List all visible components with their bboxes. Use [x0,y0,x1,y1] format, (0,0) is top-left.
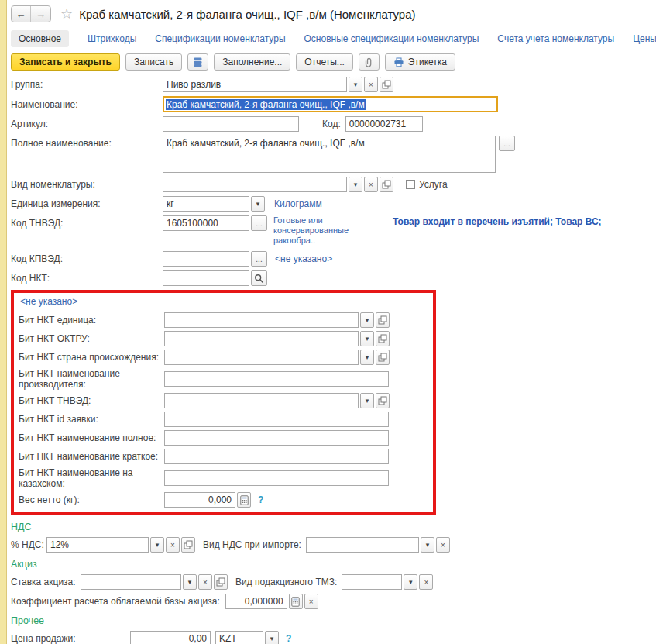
unit-label: Единица измерения: [11,198,163,209]
kind-clear-button[interactable]: × [364,177,378,192]
tnved-hint-link[interactable]: Готовые или консервированные ракообра.. [273,215,390,246]
header: ← → ☆ Краб камчатский, 2-я фаланга очищ.… [11,0,656,22]
excise-rate-dropdown-button[interactable]: ▾ [183,574,197,590]
bit-nkt-request-id-label: Бит НКТ id заявки: [19,414,164,425]
unit-dropdown-button[interactable]: ▾ [251,196,265,212]
net-weight-help-link[interactable]: ? [258,494,263,505]
vat-import-clear-button[interactable]: × [436,537,450,553]
bit-nkt-not-specified-link[interactable]: <не указано> [20,296,428,307]
tab-main[interactable]: Основное [11,30,69,47]
tab-accounts[interactable]: Счета учета номенклатуры [497,30,614,47]
excise-rate-clear-button[interactable]: × [198,574,212,590]
bit-nkt-unit-input[interactable] [164,312,359,328]
kind-input[interactable] [163,177,347,192]
bit-nkt-oktru-row: Бит НКТ ОКТРУ: ▾ [19,331,428,346]
bit-nkt-manufacturer-input[interactable] [164,371,389,387]
tab-barcodes[interactable]: Штрихкоды [88,30,136,47]
bit-nkt-country-open-button[interactable] [376,350,390,365]
forward-button[interactable]: → [31,6,50,22]
bit-nkt-country-dropdown-button[interactable]: ▾ [360,350,374,365]
bit-nkt-oktru-label: Бит НКТ ОКТРУ: [19,333,164,344]
vat-rate-clear-button[interactable]: × [166,537,180,553]
bit-nkt-oktru-open-button[interactable] [376,331,390,346]
bit-nkt-tnved-dropdown-button[interactable]: ▾ [360,393,374,408]
excise-coef-clear-button[interactable]: × [304,594,318,609]
full-name-more-button[interactable]: ... [499,136,515,151]
name-input[interactable]: Краб камчатский, 2-я фаланга очищ., IQF … [163,96,498,112]
excise-tmz-dropdown-button[interactable]: ▾ [404,574,417,590]
save-and-close-button[interactable]: Записать и закрыть [11,53,120,71]
excise-rate-input[interactable] [81,574,181,590]
kind-open-button[interactable] [380,177,393,192]
tab-specifications[interactable]: Спецификации номенклатуры [155,30,285,47]
back-button[interactable]: ← [12,6,31,22]
vat-rate-input[interactable] [46,537,149,553]
chevron-down-icon: ▾ [366,397,369,405]
excise-coef-input[interactable] [225,594,287,609]
full-name-textarea[interactable]: Краб камчатский, 2-я фаланга очищ., IQF … [163,136,496,173]
attachments-button[interactable] [359,53,380,71]
bit-nkt-name-full-input[interactable] [164,430,389,446]
kpved-hint-link[interactable]: <не указано> [275,253,332,264]
tnved-notice-text: Товар входит в перечень изъятий; Товар В… [393,215,602,227]
excise-tmz-input[interactable] [342,574,402,590]
bit-nkt-request-id-input[interactable] [164,412,389,427]
article-input[interactable] [163,116,299,132]
register-records-button[interactable] [187,53,208,71]
service-checkbox[interactable] [406,180,415,189]
open-form-icon [184,540,193,549]
kpved-input[interactable] [163,251,249,267]
nkt-input[interactable] [163,270,249,286]
price-input[interactable] [130,631,211,644]
save-button[interactable]: Записать [125,53,182,71]
unit-hint-link[interactable]: Килограмм [274,198,322,209]
bit-nkt-tnved-input[interactable] [164,393,359,408]
vat-rate-open-button[interactable] [181,537,195,553]
service-checkbox-label: Услуга [419,179,448,190]
net-weight-input[interactable] [164,492,235,508]
nkt-search-button[interactable] [251,270,267,286]
bit-nkt-tnved-open-button[interactable] [376,393,390,408]
toolbar: Записать и закрыть Записать Заполнение..… [11,53,656,71]
search-icon [254,274,264,284]
vat-rate-label: % НДС: [11,539,46,550]
favorite-star-icon[interactable]: ☆ [60,7,73,21]
price-help-link[interactable]: ? [286,633,291,644]
excise-rate-label: Ставка акциза: [11,577,81,587]
group-input[interactable] [163,77,347,92]
print-label-button[interactable]: Этикетка [385,53,455,71]
fill-button[interactable]: Заполнение... [214,53,290,71]
code-input[interactable] [345,116,423,132]
bit-nkt-unit-dropdown-button[interactable]: ▾ [360,312,374,328]
vat-rate-dropdown-button[interactable]: ▾ [150,537,164,553]
group-open-button[interactable] [380,77,393,92]
currency-input[interactable] [215,631,263,644]
tnved-input[interactable] [163,215,249,231]
excise-tmz-clear-button[interactable]: × [419,574,433,590]
currency-dropdown-button[interactable]: ▾ [265,631,279,644]
tab-prices[interactable]: Цены номенклатур [633,30,656,47]
chevron-down-icon: ▾ [366,316,369,324]
tab-main-specifications[interactable]: Основные спецификации номенклатуры [304,30,479,47]
bit-nkt-name-short-input[interactable] [164,449,389,464]
group-dropdown-button[interactable]: ▾ [349,77,362,92]
unit-row: Единица измерения: ▾ Килограмм [11,196,656,212]
excise-coef-calculator-button[interactable] [289,594,303,609]
kind-dropdown-button[interactable]: ▾ [349,177,362,192]
bit-nkt-oktru-dropdown-button[interactable]: ▾ [360,331,374,346]
kpved-more-button[interactable]: ... [251,251,267,267]
bit-nkt-unit-open-button[interactable] [376,312,390,328]
bit-nkt-name-kazakh-input[interactable] [164,470,389,486]
excise-rate-open-button[interactable] [214,574,228,590]
reports-button[interactable]: Отчеты... [296,53,352,71]
bit-nkt-country-input[interactable] [164,350,359,365]
bit-nkt-name-full-row: Бит НКТ наименование полное: [19,430,428,446]
vat-import-input[interactable] [306,537,419,553]
tnved-more-button[interactable]: ... [251,215,267,231]
unit-input[interactable] [163,196,249,212]
group-clear-button[interactable]: × [364,77,378,92]
net-weight-calculator-button[interactable] [237,492,251,508]
vat-import-dropdown-button[interactable]: ▾ [421,537,434,553]
form-window: ← → ☆ Краб камчатский, 2-я фаланга очищ.… [11,0,656,644]
bit-nkt-oktru-input[interactable] [164,331,359,346]
